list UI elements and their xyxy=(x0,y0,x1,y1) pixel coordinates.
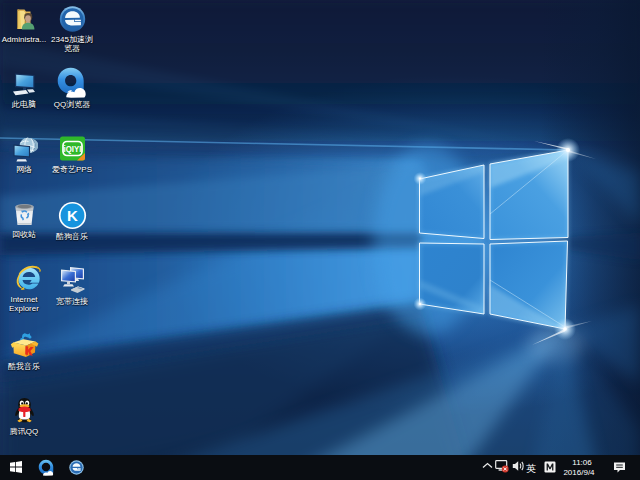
svg-text:K: K xyxy=(67,207,78,224)
svg-text:iQIYI: iQIYI xyxy=(63,144,81,154)
